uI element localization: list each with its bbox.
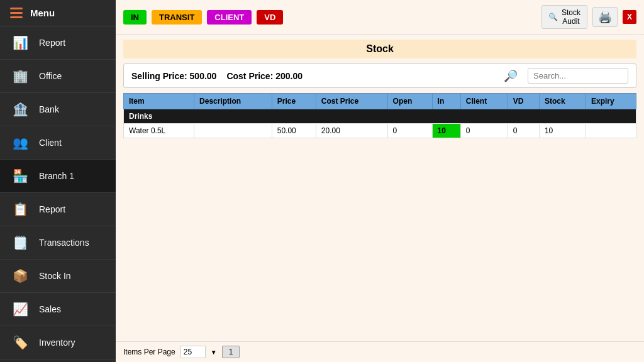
badge-client[interactable]: CLIENT [207, 10, 252, 25]
per-page-dropdown-arrow[interactable]: ▼ [211, 349, 217, 356]
footer: Items Per Page ▼ 1 [116, 341, 644, 362]
search-filter-icon[interactable]: 🔎 [504, 69, 518, 83]
stock-table: ItemDescriptionPriceCost PriceOpenInClie… [123, 93, 636, 138]
badge-vd[interactable]: VD [257, 10, 283, 25]
col-open: Open [387, 94, 432, 109]
sidebar-icon-bank: 🏦 [10, 99, 30, 119]
table-header: ItemDescriptionPriceCost PriceOpenInClie… [124, 94, 636, 109]
sidebar-item-report2[interactable]: 📋 Report [0, 193, 116, 226]
col-expiry: Expiry [586, 94, 636, 109]
badge-transit[interactable]: TRANSIT [152, 10, 202, 25]
sidebar-icon-transactions: 🗒️ [10, 233, 30, 253]
sidebar-icon-sales: 📈 [10, 299, 30, 319]
sidebar-item-sales[interactable]: 📈 Sales [0, 293, 116, 326]
sidebar-icon-office: 🏢 [10, 66, 30, 86]
items-per-page-label: Items Per Page [123, 348, 175, 356]
audit-icon: 🔍 [548, 13, 558, 21]
sidebar-icon-inventory: 🏷️ [10, 332, 30, 353]
page-number-button[interactable]: 1 [222, 346, 240, 358]
cost-price: Cost Price: 200.00 [226, 71, 303, 81]
stock-audit-button[interactable]: 🔍 StockAudit [541, 5, 587, 29]
col-description: Description [194, 94, 272, 109]
price-bar: Selling Price: 500.00 Cost Price: 200.00… [123, 63, 636, 88]
sidebar-item-stock[interactable]: 🏗️ Stock [0, 359, 116, 362]
sidebar-label-office: Office [39, 71, 62, 81]
sidebar-icon-stock_in: 📦 [10, 266, 30, 286]
sidebar-items: 📊 Report 🏢 Office 🏦 Bank 👥 Client 🏪 Bran… [0, 26, 116, 362]
table-row[interactable]: Water 0.5L50.0020.000100010 [124, 124, 636, 138]
sidebar-item-branch[interactable]: 🏪 Branch 1 [0, 160, 116, 193]
col-cost-price: Cost Price [316, 94, 387, 109]
sidebar-item-client[interactable]: 👥 Client [0, 126, 116, 160]
sidebar: Menu 📊 Report 🏢 Office 🏦 Bank 👥 Client 🏪… [0, 0, 116, 362]
sidebar-icon-report: 📊 [10, 33, 30, 53]
sidebar-item-office[interactable]: 🏢 Office [0, 60, 116, 93]
col-vd: VD [508, 94, 539, 109]
sidebar-header: Menu [0, 0, 116, 26]
col-in: In [432, 94, 460, 109]
close-button[interactable]: X [623, 10, 636, 24]
print-icon: 🖨️ [598, 10, 612, 24]
sidebar-label-client: Client [39, 138, 62, 148]
sidebar-label-inventory: Inventory [39, 337, 75, 348]
group-row: Drinks [124, 109, 636, 124]
content-area: Stock Selling Price: 500.00 Cost Price: … [116, 35, 644, 341]
selling-price: Selling Price: 500.00 [131, 71, 216, 81]
sidebar-label-report: Report [39, 38, 65, 48]
stock-audit-label: StockAudit [562, 8, 580, 26]
sidebar-item-inventory[interactable]: 🏷️ Inventory [0, 326, 116, 359]
col-price: Price [272, 94, 316, 109]
sidebar-item-report[interactable]: 📊 Report [0, 26, 116, 60]
sidebar-icon-client: 👥 [10, 133, 30, 153]
sidebar-item-transactions[interactable]: 🗒️ Transactions [0, 226, 116, 260]
per-page-input[interactable] [180, 346, 206, 358]
search-input[interactable] [528, 68, 628, 84]
sidebar-label-stock_in: Stock In [39, 271, 71, 281]
hamburger-icon[interactable] [10, 8, 23, 18]
sidebar-label-bank: Bank [39, 104, 59, 114]
table-body: DrinksWater 0.5L50.0020.000100010 [124, 109, 636, 138]
sidebar-label-branch: Branch 1 [39, 171, 74, 181]
main-content: IN TRANSIT CLIENT VD 🔍 StockAudit 🖨️ X S… [116, 0, 644, 362]
sidebar-icon-branch: 🏪 [10, 166, 30, 186]
badge-in[interactable]: IN [123, 10, 147, 25]
sidebar-icon-report2: 📋 [10, 199, 30, 219]
print-button[interactable]: 🖨️ [592, 7, 618, 27]
sidebar-label-transactions: Transactions [39, 238, 89, 248]
col-client: Client [460, 94, 508, 109]
sidebar-label-report2: Report [39, 204, 65, 214]
sidebar-item-stock_in[interactable]: 📦 Stock In [0, 260, 116, 293]
topbar: IN TRANSIT CLIENT VD 🔍 StockAudit 🖨️ X [116, 0, 644, 35]
col-item: Item [124, 94, 194, 109]
sidebar-menu-label: Menu [30, 8, 55, 18]
section-title: Stock [123, 40, 636, 58]
sidebar-label-sales: Sales [39, 304, 61, 314]
col-stock: Stock [539, 94, 586, 109]
sidebar-item-bank[interactable]: 🏦 Bank [0, 93, 116, 126]
